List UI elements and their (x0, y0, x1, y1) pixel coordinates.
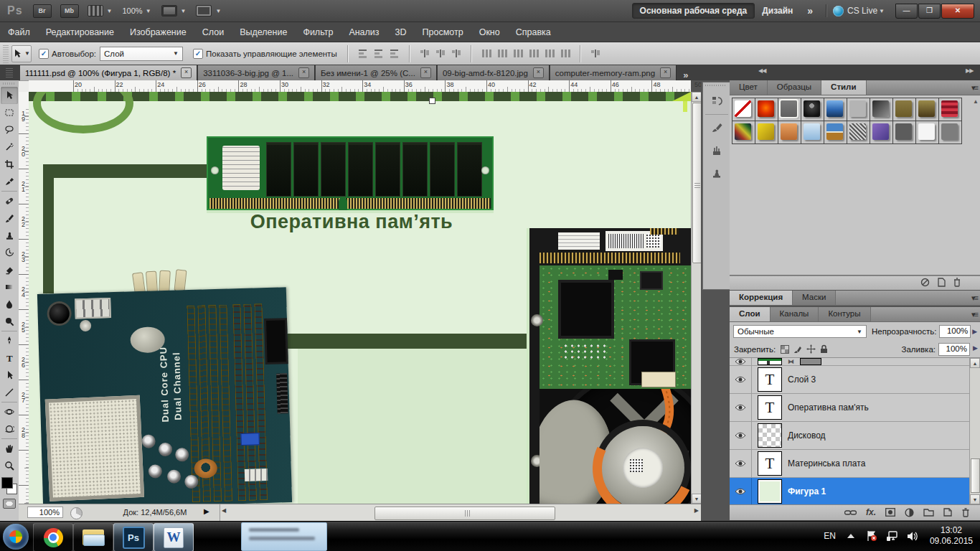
tool-3d-camera-rotate[interactable] (1, 420, 18, 438)
layer-visibility-eye[interactable] (730, 394, 752, 421)
tool-spot-healing-brush[interactable] (1, 192, 18, 209)
tab-Образцы[interactable]: Образцы (768, 80, 821, 95)
distribute-left-edges-icon[interactable] (528, 48, 540, 59)
distribute-horizontal-centers-icon[interactable] (544, 48, 555, 59)
vertical-scrollbar[interactable]: ▲ ▼ (691, 92, 702, 504)
fill-spinner[interactable]: ▶ (973, 344, 978, 352)
hdd-image[interactable] (529, 228, 691, 504)
blend-mode-select[interactable]: Обычные ▼ (733, 325, 867, 338)
style-swatch[interactable] (847, 121, 870, 144)
distribute-bottom-edges-icon[interactable] (512, 48, 524, 59)
launch-bridge-button[interactable]: Br (33, 4, 52, 18)
panel-menu-icon[interactable]: ▾≡ (971, 293, 977, 303)
workspace-button-design[interactable]: Дизайн (755, 4, 800, 18)
quick-mask-button[interactable] (3, 499, 16, 509)
opacity-field[interactable]: 100% (939, 325, 971, 338)
scroll-right-arrow[interactable]: ▶ (694, 507, 699, 514)
scroll-down-arrow[interactable]: ▼ (970, 494, 980, 504)
tool-pen[interactable] (1, 332, 18, 349)
launch-minibridge-button[interactable]: Mb (60, 4, 79, 18)
lock-pixels-icon[interactable] (793, 344, 803, 354)
close-button[interactable]: ✕ (941, 4, 974, 19)
menu-Фильтр[interactable]: Фильтр (295, 27, 341, 37)
taskbar-chrome-button[interactable] (33, 523, 73, 551)
style-swatch[interactable] (801, 121, 824, 144)
tab-Маски[interactable]: Маски (793, 291, 836, 305)
tool-gradient[interactable] (1, 278, 18, 296)
tab-Слои[interactable]: Слои (730, 307, 771, 321)
style-swatch[interactable] (824, 98, 847, 121)
layer-visibility-eye[interactable] (730, 422, 752, 449)
restore-button[interactable]: ❐ (918, 4, 941, 19)
menu-Анализ[interactable]: Анализ (341, 27, 387, 37)
style-swatch[interactable] (938, 121, 962, 144)
autoselect-checkbox[interactable]: ✓ (39, 49, 49, 59)
workspace-button-main[interactable]: Основная рабочая среда (632, 3, 755, 19)
menu-Файл[interactable]: Файл (0, 27, 38, 37)
horizontal-scroll-thumb[interactable] (374, 507, 555, 520)
tools-panel-grip[interactable] (0, 80, 19, 87)
menu-Справка[interactable]: Справка (508, 27, 559, 37)
tool-lasso[interactable] (1, 121, 18, 138)
tab-Цвет[interactable]: Цвет (730, 80, 768, 95)
color-chips[interactable] (1, 477, 17, 494)
styles-scroll-up-arrow[interactable]: ▲ (973, 98, 979, 105)
tool-dodge[interactable] (1, 313, 18, 330)
tool-brush[interactable] (1, 209, 18, 227)
style-swatch[interactable] (824, 121, 847, 144)
workspace-overflow-chevron[interactable]: » (807, 5, 813, 17)
layer-visibility-eye[interactable] (730, 478, 752, 504)
tool-blur[interactable] (1, 296, 18, 313)
layers-scroll-thumb[interactable] (971, 458, 980, 493)
panel-menu-icon[interactable]: ▾≡ (971, 83, 977, 93)
tool-crop[interactable] (1, 156, 18, 173)
style-swatch[interactable] (847, 98, 870, 121)
layer-thumbnail[interactable]: T (758, 451, 782, 476)
panel-menu-icon[interactable]: ▾≡ (971, 310, 977, 319)
tool-hand[interactable] (1, 440, 18, 457)
minimize-button[interactable]: — (895, 4, 918, 19)
style-swatch[interactable] (755, 121, 778, 144)
scroll-up-arrow[interactable]: ▲ (970, 358, 980, 368)
document-canvas[interactable]: Оперативна пам’ять Dual Core CPU Dual Ch… (29, 92, 691, 504)
lock-transparency-icon[interactable] (780, 344, 790, 354)
layer-thumbnail[interactable] (758, 479, 782, 504)
style-swatch[interactable] (778, 98, 801, 121)
style-swatch[interactable] (732, 98, 755, 121)
network-icon[interactable] (886, 531, 898, 542)
layer-row[interactable]: TОперативна пам'ять (730, 394, 980, 422)
ram-image[interactable] (207, 136, 494, 210)
layer-visibility-eye[interactable] (730, 450, 752, 477)
tool-path-selection[interactable] (1, 367, 18, 384)
align-right-edges-icon[interactable] (451, 48, 462, 59)
layer-mask-thumbnail[interactable] (800, 358, 821, 365)
adjustment-layer-thumbnail[interactable] (758, 358, 782, 365)
screen-mode-dropdown[interactable]: ▼ (196, 5, 221, 17)
new-adjustment-layer-icon[interactable] (905, 508, 914, 517)
layer-thumbnail[interactable]: T (758, 395, 782, 420)
tool-eyedropper[interactable] (1, 173, 18, 190)
tool-rectangular-marquee[interactable] (1, 104, 18, 121)
taskbar-photoshop-button[interactable]: Ps (113, 523, 154, 551)
tab-Каналы[interactable]: Каналы (771, 307, 819, 321)
expand-panels-chevron[interactable]: ▶▶ (966, 67, 973, 74)
horizontal-scrollbar[interactable]: ◀ ▶ (220, 504, 702, 521)
panel-icon-tool-presets[interactable] (706, 141, 727, 161)
menu-Выделение[interactable]: Выделение (232, 27, 295, 37)
layers-scrollbar[interactable]: ▲▼ (969, 358, 980, 504)
scroll-left-arrow[interactable]: ◀ (222, 507, 226, 514)
tab-close-icon[interactable]: × (660, 67, 671, 78)
tab-overflow-chevron[interactable]: » (677, 70, 694, 80)
style-swatch[interactable] (755, 98, 778, 121)
lock-all-icon[interactable] (819, 344, 829, 354)
panel-icon-history[interactable] (706, 91, 727, 111)
volume-icon[interactable] (907, 531, 918, 542)
status-flyout-arrow[interactable]: ▶ (204, 507, 209, 515)
menu-Слои[interactable]: Слои (194, 27, 232, 37)
tool-zoom[interactable] (1, 457, 18, 474)
align-bottom-edges-icon[interactable] (389, 48, 400, 59)
tool-move[interactable] (1, 87, 18, 104)
tool-history-brush[interactable] (1, 244, 18, 261)
align-vertical-centers-icon[interactable] (373, 48, 385, 59)
document-tab[interactable]: 111111.psd @ 100% (Фигура 1, RGB/8) *× (20, 65, 197, 80)
